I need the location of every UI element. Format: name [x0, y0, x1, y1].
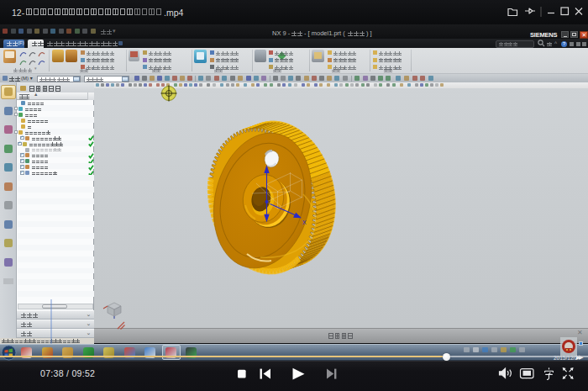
svg-text:X: X: [302, 219, 307, 225]
